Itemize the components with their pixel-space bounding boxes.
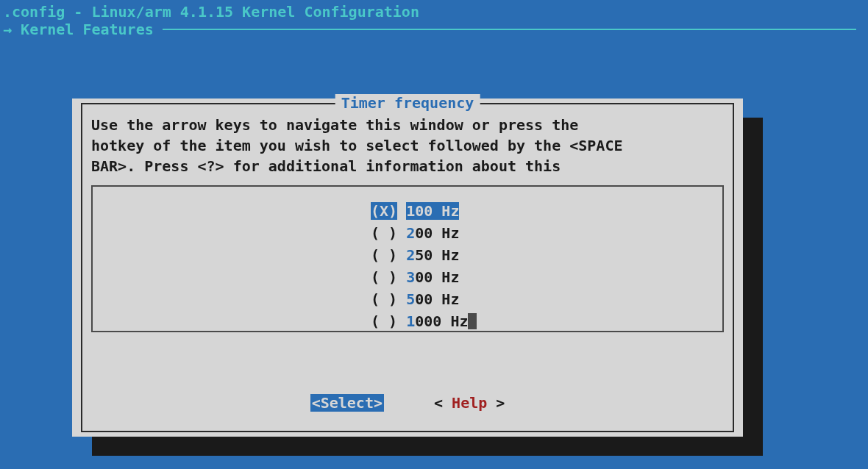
dialog-instructions: Use the arrow keys to navigate this wind… [91, 115, 724, 176]
option-1[interactable]: ( ) 200 Hz [371, 222, 477, 244]
option-hotkey: 2 [406, 224, 415, 242]
button-row: <Select> < Help > [82, 394, 733, 412]
radio-marker: ( ) [371, 246, 397, 264]
option-hotkey: 1 [406, 202, 415, 220]
option-2[interactable]: ( ) 250 Hz [371, 244, 477, 266]
select-button[interactable]: <Select> [310, 394, 384, 412]
divider [163, 29, 856, 30]
options-box: (X) 100 Hz( ) 200 Hz( ) 250 Hz( ) 300 Hz… [91, 185, 724, 332]
option-label: 00 Hz [415, 268, 459, 286]
dialog-box: Timer frequency Use the arrow keys to na… [72, 99, 743, 437]
option-label: 000 Hz [415, 312, 468, 330]
option-hotkey: 3 [406, 268, 415, 286]
radio-marker: ( ) [371, 290, 397, 308]
arrow-icon: → [3, 21, 21, 38]
help-button[interactable]: < Help > [434, 394, 505, 412]
breadcrumb-label: Kernel Features [21, 21, 154, 38]
option-label: 00 Hz [415, 202, 459, 220]
breadcrumb: → Kernel Features [0, 21, 868, 38]
option-5[interactable]: ( ) 1000 Hz [371, 310, 477, 332]
radio-marker: ( ) [371, 312, 397, 330]
options-list: (X) 100 Hz( ) 200 Hz( ) 250 Hz( ) 300 Hz… [371, 200, 477, 332]
option-hotkey: 1 [406, 312, 415, 330]
option-4[interactable]: ( ) 500 Hz [371, 288, 477, 310]
config-title: .config - Linux/arm 4.1.15 Kernel Config… [0, 0, 868, 21]
option-label: 00 Hz [415, 290, 459, 308]
radio-marker: ( ) [371, 268, 397, 286]
cursor-icon [468, 313, 477, 329]
option-label: 00 Hz [415, 224, 459, 242]
option-hotkey: 5 [406, 290, 415, 308]
option-label: 50 Hz [415, 246, 459, 264]
option-0[interactable]: (X) 100 Hz [371, 200, 477, 222]
dialog-title: Timer frequency [335, 94, 480, 112]
radio-marker: ( ) [371, 224, 397, 242]
radio-marker: (X) [371, 202, 397, 220]
option-3[interactable]: ( ) 300 Hz [371, 266, 477, 288]
option-hotkey: 2 [406, 246, 415, 264]
dialog-border: Timer frequency Use the arrow keys to na… [81, 103, 734, 432]
